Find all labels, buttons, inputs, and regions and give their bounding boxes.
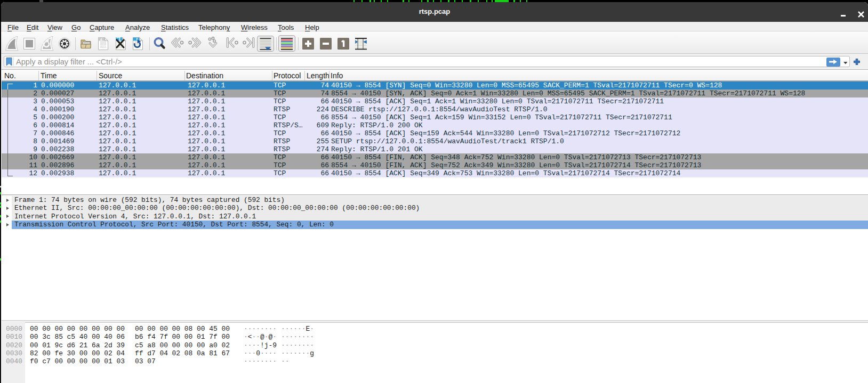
svg-text:0111: 0111 (100, 46, 106, 48)
